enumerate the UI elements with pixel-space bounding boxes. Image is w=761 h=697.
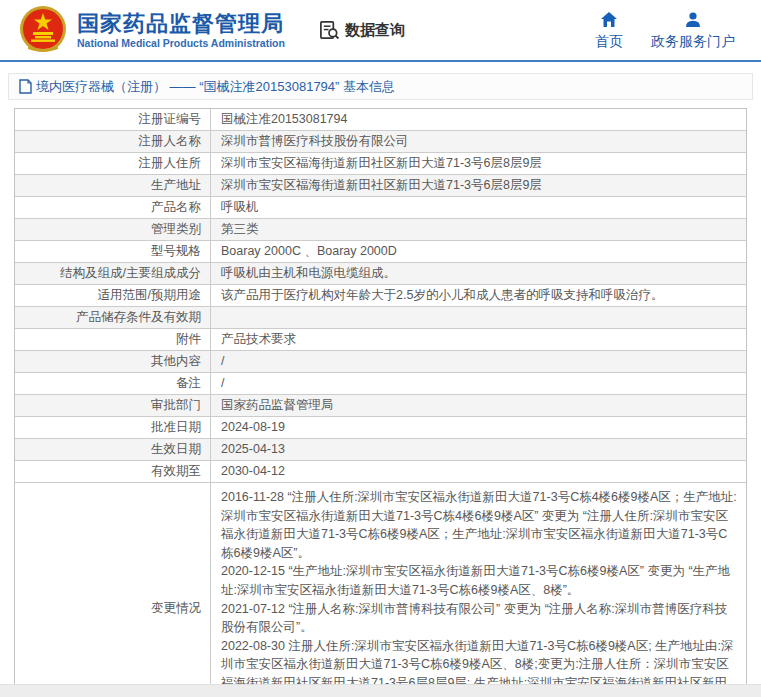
page-header: 国家药品监督管理局 National Medical Products Admi…: [0, 0, 761, 62]
field-value: 第三类: [211, 219, 746, 240]
table-row: 注册证编号国械注准20153081794: [15, 109, 746, 131]
field-value: /: [211, 351, 746, 372]
field-value: 深圳市宝安区福海街道新田社区新田大道71-3号6层8层9层: [211, 175, 746, 196]
field-label: 适用范围/预期用途: [15, 285, 211, 306]
table-row: 产品储存条件及有效期: [15, 307, 746, 329]
national-emblem-logo: [18, 5, 68, 55]
field-label: 备注: [15, 373, 211, 394]
nav-home-label: 首页: [595, 33, 623, 51]
field-label: 变更情况: [15, 483, 211, 697]
field-value: /: [211, 373, 746, 394]
field-label: 有效期至: [15, 461, 211, 482]
table-row: 审批部门国家药品监督管理局: [15, 395, 746, 417]
field-value: 该产品用于医疗机构对年龄大于2.5岁的小儿和成人患者的呼吸支持和呼吸治疗。: [211, 285, 746, 306]
footer-strip: [0, 684, 761, 697]
change-entry: 2020-12-15 “生产地址:深圳市宝安区福永街道新田大道71-3号C栋6楼…: [221, 562, 738, 599]
table-row: 其他内容/: [15, 351, 746, 373]
table-row: 结构及组成/主要组成成分呼吸机由主机和电源电缆组成。: [15, 263, 746, 285]
document-search-icon: [319, 20, 340, 41]
field-label: 生产地址: [15, 175, 211, 196]
field-value: 产品技术要求: [211, 329, 746, 350]
change-entry: 2021-07-12 “注册人名称:深圳市普博科技有限公司” 变更为 “注册人名…: [221, 600, 738, 637]
field-value: 2024-08-19: [211, 417, 746, 438]
field-label: 注册人名称: [15, 131, 211, 152]
field-label: 结构及组成/主要组成成分: [15, 263, 211, 284]
field-value: 2025-04-13: [211, 439, 746, 460]
detail-table: 注册证编号国械注准20153081794注册人名称深圳市普博医疗科技股份有限公司…: [14, 108, 747, 697]
table-row: 生效日期2025-04-13: [15, 439, 746, 461]
table-row: 批准日期2024-08-19: [15, 417, 746, 439]
table-row: 注册人住所深圳市宝安区福海街道新田社区新田大道71-3号6层8层9层: [15, 153, 746, 175]
table-row: 型号规格Boaray 2000C 、Boaray 2000D: [15, 241, 746, 263]
document-icon: [19, 79, 32, 94]
change-entry: 2016-11-28 “注册人住所:深圳市宝安区福永街道新田大道71-3号C栋4…: [221, 488, 738, 562]
field-value: 呼吸机由主机和电源电缆组成。: [211, 263, 746, 284]
field-label: 批准日期: [15, 417, 211, 438]
user-icon: [683, 10, 703, 30]
field-label: 附件: [15, 329, 211, 350]
field-label: 审批部门: [15, 395, 211, 416]
field-label: 生效日期: [15, 439, 211, 460]
field-value: 国械注准20153081794: [211, 109, 746, 130]
nav-home[interactable]: 首页: [595, 10, 623, 51]
field-label: 其他内容: [15, 351, 211, 372]
table-row: 备注/: [15, 373, 746, 395]
breadcrumb-bar: 境内医疗器械（注册） —— “国械注准20153081794” 基本信息: [8, 73, 753, 100]
nav-gov-portal[interactable]: 政务服务门户: [651, 10, 735, 51]
field-label: 产品储存条件及有效期: [15, 307, 211, 328]
field-label: 注册证编号: [15, 109, 211, 130]
agency-name: 国家药品监督管理局: [77, 11, 285, 37]
field-value-changes: 2016-11-28 “注册人住所:深圳市宝安区福永街道新田大道71-3号C栋4…: [211, 483, 746, 697]
agency-name-en: National Medical Products Administration: [77, 37, 285, 50]
field-value: [211, 307, 746, 328]
field-value: Boaray 2000C 、Boaray 2000D: [211, 241, 746, 262]
field-label: 注册人住所: [15, 153, 211, 174]
field-value: 呼吸机: [211, 197, 746, 218]
home-icon: [599, 10, 619, 30]
agency-title-block: 国家药品监督管理局 National Medical Products Admi…: [77, 11, 285, 50]
table-row: 产品名称呼吸机: [15, 197, 746, 219]
header-nav: 首页 政务服务门户: [595, 10, 761, 51]
field-label: 管理类别: [15, 219, 211, 240]
field-value: 深圳市普博医疗科技股份有限公司: [211, 131, 746, 152]
data-query-label: 数据查询: [345, 21, 405, 40]
table-row: 附件产品技术要求: [15, 329, 746, 351]
table-row: 注册人名称深圳市普博医疗科技股份有限公司: [15, 131, 746, 153]
table-row: 变更情况2016-11-28 “注册人住所:深圳市宝安区福永街道新田大道71-3…: [15, 483, 746, 697]
table-row: 管理类别第三类: [15, 219, 746, 241]
field-value: 深圳市宝安区福海街道新田社区新田大道71-3号6层8层9层: [211, 153, 746, 174]
data-query-section: 数据查询: [319, 20, 405, 41]
nav-gov-portal-label: 政务服务门户: [651, 33, 735, 51]
field-value: 国家药品监督管理局: [211, 395, 746, 416]
breadcrumb: 境内医疗器械（注册） —— “国械注准20153081794” 基本信息: [36, 78, 395, 96]
table-row: 有效期至2030-04-12: [15, 461, 746, 483]
table-row: 生产地址深圳市宝安区福海街道新田社区新田大道71-3号6层8层9层: [15, 175, 746, 197]
field-label: 产品名称: [15, 197, 211, 218]
field-label: 型号规格: [15, 241, 211, 262]
field-value: 2030-04-12: [211, 461, 746, 482]
table-row: 适用范围/预期用途该产品用于医疗机构对年龄大于2.5岁的小儿和成人患者的呼吸支持…: [15, 285, 746, 307]
